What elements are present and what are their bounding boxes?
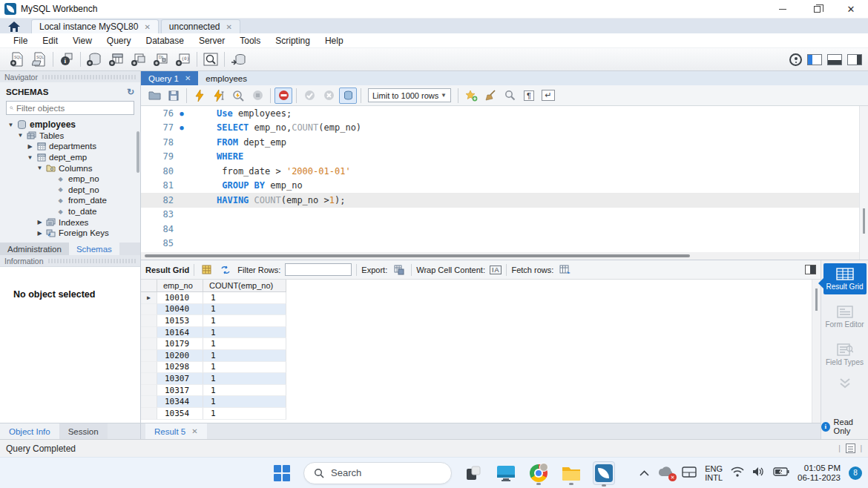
grid-row-10354[interactable]: 103541 [141, 408, 286, 420]
grid-cell[interactable]: 1 [203, 362, 286, 374]
volume-icon[interactable] [752, 466, 765, 479]
editor-line-76[interactable]: 76●Use employees; [141, 106, 868, 121]
editor-line-79[interactable]: 79WHERE [141, 150, 868, 165]
toggle-stop-on-error-button[interactable] [274, 88, 292, 104]
close-icon[interactable]: ✕ [185, 74, 191, 82]
refresh-schemas-icon[interactable]: ↻ [127, 87, 134, 97]
monitor-app-button[interactable] [495, 462, 517, 484]
taskbar-clock[interactable]: 01:05 PM 06-11-2023 [798, 464, 841, 483]
grid-cell[interactable]: 10317 [157, 385, 203, 397]
tree-item-tables[interactable]: ▼Tables [6, 131, 134, 142]
menu-view[interactable]: View [65, 36, 99, 46]
row-selector-cell[interactable] [141, 327, 157, 339]
grid-column-header-emp-no[interactable]: emp_no [157, 280, 203, 292]
toggle-right-sidebar-button[interactable] [847, 54, 862, 65]
grid-cell[interactable]: 10153 [157, 315, 203, 327]
tree-item-to-date[interactable]: ◆to_date [6, 206, 134, 217]
reconnect-dbms-button[interactable] [227, 50, 249, 69]
expander-open-icon[interactable]: ▼ [36, 165, 43, 171]
row-selector-cell[interactable] [141, 350, 157, 362]
tree-item-indexes[interactable]: ▶Indexes [6, 217, 134, 228]
create-function-button[interactable]: {0} [172, 50, 194, 69]
grid-cell[interactable]: 10307 [157, 373, 203, 385]
grid-cell[interactable]: 10040 [157, 304, 203, 316]
create-procedure-button[interactable]: Db [150, 50, 172, 69]
wrap-text-button[interactable]: ↵ [539, 88, 557, 104]
expander-open-icon[interactable]: ▼ [27, 154, 33, 161]
editor-horizontal-scrollbar[interactable] [141, 252, 859, 260]
row-marker-icon[interactable]: ▶ [141, 292, 157, 304]
tree-item-foreign-keys[interactable]: ▶Foreign Keys [6, 228, 134, 239]
grid-cell[interactable]: 10010 [157, 292, 203, 304]
grid-corner-cell[interactable] [141, 280, 157, 292]
explain-plan-button[interactable] [229, 88, 247, 104]
menu-tools[interactable]: Tools [232, 36, 268, 46]
inspector-button[interactable]: i [56, 50, 78, 69]
row-selector-cell[interactable] [141, 315, 157, 327]
grid-cell[interactable]: 1 [203, 292, 286, 304]
sidebar-scrollbar-thumb[interactable] [137, 131, 139, 173]
create-view-button[interactable] [128, 50, 150, 69]
open-file-button[interactable] [145, 88, 163, 104]
tab-result-5[interactable]: Result 5 ✕ [145, 423, 207, 439]
tab-administration[interactable]: Administration [0, 243, 69, 255]
grid-cell[interactable]: 10354 [157, 408, 203, 420]
close-icon[interactable]: ✕ [226, 23, 232, 31]
grid-cell[interactable]: 1 [203, 327, 286, 339]
log-icon[interactable] [846, 444, 855, 453]
onedrive-icon[interactable]: ✕ [657, 466, 674, 479]
expander-closed-icon[interactable]: ▶ [27, 143, 33, 150]
battery-icon[interactable] [773, 467, 789, 478]
export-icon[interactable] [392, 263, 407, 277]
refresh-results-icon[interactable] [218, 263, 233, 277]
grid-cell[interactable]: 1 [203, 315, 286, 327]
row-selector-cell[interactable] [141, 385, 157, 397]
grid-row-10164[interactable]: 101641 [141, 327, 286, 339]
expander-open-icon[interactable]: ▼ [17, 132, 24, 139]
grid-row-10298[interactable]: 102981 [141, 362, 286, 374]
row-selector-cell[interactable] [141, 362, 157, 374]
show-invisibles-button[interactable]: ¶ [520, 88, 538, 104]
tab-query-1[interactable]: Query 1 ✕ [141, 71, 198, 85]
grid-options-icon[interactable] [199, 263, 214, 277]
row-selector-cell[interactable] [141, 396, 157, 408]
menu-query[interactable]: Query [99, 36, 139, 46]
language-indicator[interactable]: ENG INTL [705, 464, 723, 482]
minimize-button[interactable] [766, 0, 800, 18]
touchpad-icon[interactable] [682, 466, 697, 480]
expander-closed-icon[interactable]: ▶ [36, 230, 43, 237]
grid-cell[interactable]: 10164 [157, 327, 203, 339]
find-button[interactable] [501, 88, 519, 104]
connection-tab-local-instance[interactable]: Local instance MySQL80 ✕ [31, 19, 159, 33]
beautify-script-button[interactable] [462, 88, 480, 104]
grid-cell[interactable]: 1 [203, 338, 286, 350]
search-data-button[interactable] [200, 50, 222, 69]
tree-item-from-date[interactable]: ◆from_date [6, 195, 134, 206]
row-selector-cell[interactable] [141, 373, 157, 385]
editor-line-78[interactable]: 78FROM dept_emp [141, 135, 868, 150]
new-sql-tab-button[interactable]: SQL [6, 50, 28, 69]
menu-file[interactable]: File [6, 36, 35, 46]
schema-filter-box[interactable] [6, 101, 134, 115]
grid-row-10307[interactable]: 103071 [141, 373, 286, 385]
wifi-icon[interactable] [731, 466, 744, 479]
tree-item-employees[interactable]: ▼employees [6, 119, 134, 131]
save-script-button[interactable] [165, 88, 183, 104]
fetch-rows-icon[interactable] [558, 263, 573, 277]
taskbar-search[interactable]: Search [303, 462, 452, 484]
execute-current-statement-button[interactable] [210, 88, 228, 104]
grid-cell[interactable]: 1 [203, 396, 286, 408]
menu-scripting[interactable]: Scripting [268, 36, 318, 46]
grid-row-10317[interactable]: 103171 [141, 385, 286, 397]
collapse-panel-icon[interactable] [805, 265, 816, 274]
grid-row-10040[interactable]: 100401 [141, 304, 286, 316]
editor-line-77[interactable]: 77●SELECT emp_no,COUNT(emp_no) [141, 121, 868, 136]
close-icon[interactable]: ✕ [144, 23, 150, 31]
expander-closed-icon[interactable]: ▶ [36, 219, 43, 225]
rail-result-grid-button[interactable]: Result Grid [823, 263, 867, 294]
filter-objects-input[interactable] [16, 104, 131, 113]
toggle-bottom-panel-button[interactable] [827, 54, 842, 65]
row-selector-cell[interactable] [141, 408, 157, 420]
tree-item-columns[interactable]: ▼Columns [6, 162, 134, 174]
open-sql-script-button[interactable]: SQL [28, 50, 50, 69]
